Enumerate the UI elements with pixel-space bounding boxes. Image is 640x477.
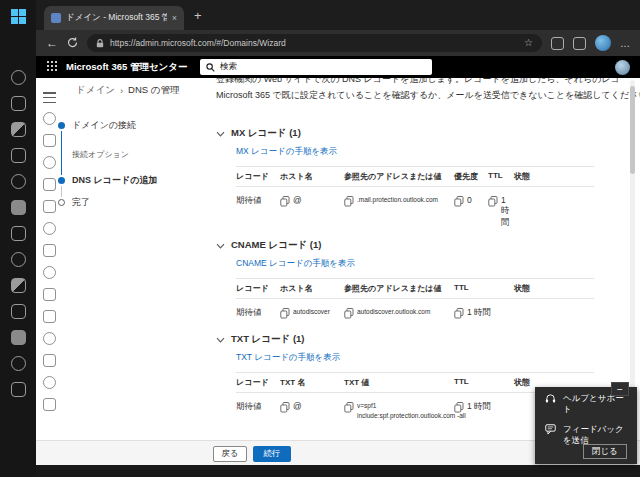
cname-section-title: CNAME レコード (1)	[231, 239, 321, 252]
copy-icon[interactable]	[454, 308, 464, 321]
column-header: ホスト名	[280, 283, 344, 294]
content-scrollbar	[630, 80, 635, 435]
browser-toolbar: ← https://admin.microsoft.com/#/Domains/…	[36, 30, 640, 56]
nav-rail-icon[interactable]	[43, 222, 56, 235]
cname-section-toggle[interactable]: CNAME レコード (1)	[216, 239, 606, 252]
mx-instructions-link[interactable]: MX レコードの手順を表示	[236, 146, 337, 158]
account-avatar[interactable]	[615, 60, 630, 75]
taskbar-app-icon[interactable]	[11, 174, 26, 189]
txt-name-cell: @	[293, 401, 302, 411]
search-placeholder: 検索	[220, 61, 237, 73]
search-icon	[206, 58, 215, 76]
browser-profile-avatar[interactable]	[595, 35, 611, 51]
admin-center-title[interactable]: Microsoft 365 管理センター	[66, 61, 188, 74]
copy-icon[interactable]	[454, 402, 464, 415]
nav-rail-icon[interactable]	[43, 244, 56, 257]
nav-rail-icon[interactable]	[43, 266, 56, 279]
copy-icon[interactable]	[454, 196, 464, 209]
mx-section-toggle[interactable]: MX レコード (1)	[216, 127, 606, 140]
nav-rail-icon[interactable]	[43, 376, 56, 389]
breadcrumb-current: DNS の管理	[128, 84, 179, 97]
new-tab-button[interactable]: +	[194, 9, 202, 22]
taskbar-app-icon[interactable]	[11, 200, 26, 215]
txt-section-toggle[interactable]: TXT レコード (1)	[216, 333, 606, 346]
nav-collapse-icon[interactable]	[43, 92, 56, 103]
taskbar-app-icon[interactable]	[11, 226, 26, 241]
windows-start-icon[interactable]	[11, 9, 26, 24]
favorite-star-icon[interactable]: ☆	[524, 38, 533, 48]
nav-rail-icon[interactable]	[43, 112, 56, 125]
record-type-cell: 期待値	[236, 401, 280, 413]
taskbar-app-icon[interactable]	[11, 356, 26, 371]
nav-rail-icon[interactable]	[43, 156, 56, 169]
table-row: 期待値 autodiscover autodiscover.outlook.co…	[236, 299, 594, 329]
split-screen-icon[interactable]	[551, 37, 564, 50]
back-button[interactable]: 戻る	[213, 446, 247, 462]
ttl-cell: 1 時間	[501, 195, 514, 229]
copy-icon[interactable]	[280, 308, 290, 321]
nav-rail-icon[interactable]	[43, 310, 56, 323]
chevron-down-icon	[216, 240, 225, 251]
step-connect-domain[interactable]: ドメインの接続	[72, 119, 136, 132]
breadcrumb-separator: ›	[120, 85, 123, 96]
txt-instructions-link[interactable]: TXT レコードの手順を表示	[236, 352, 340, 364]
app-launcher-icon[interactable]	[46, 58, 58, 76]
nav-rail-icon[interactable]	[43, 134, 56, 147]
taskbar-app-icon[interactable]	[11, 122, 26, 137]
copy-icon[interactable]	[344, 402, 354, 415]
taskbar-app-icon[interactable]	[11, 96, 26, 111]
search-input[interactable]: 検索	[200, 59, 432, 75]
refresh-icon[interactable]	[67, 37, 78, 50]
taskbar-app-icon[interactable]	[11, 382, 26, 397]
txt-value-cell: v=spf1 include:spf.protection.outlook.co…	[357, 401, 466, 421]
taskbar-app-icon[interactable]	[11, 148, 26, 163]
breadcrumb-domains[interactable]: ドメイン	[76, 84, 115, 97]
help-support-label: ヘルプとサポート	[563, 393, 627, 415]
copy-icon[interactable]	[280, 402, 290, 415]
browser-tab[interactable]: ドメイン - Microsoft 365 管理セン ×	[44, 6, 184, 30]
copy-icon[interactable]	[280, 196, 290, 209]
scrollbar-thumb[interactable]	[630, 86, 635, 174]
copy-icon[interactable]	[488, 196, 498, 209]
continue-button[interactable]: 続行	[253, 446, 291, 462]
address-bar[interactable]: https://admin.microsoft.com/#/Domains/Wi…	[87, 34, 542, 52]
taskbar-app-icon[interactable]	[11, 70, 26, 85]
back-icon[interactable]: ←	[46, 37, 58, 49]
step-connection-options[interactable]: 接続オプション	[72, 149, 129, 160]
nav-rail-icon[interactable]	[43, 200, 56, 213]
tab-close-icon[interactable]: ×	[172, 14, 177, 23]
help-widget: − ヘルプとサポート フィードバックを送信 閉じる	[535, 387, 637, 464]
nav-rail-icon[interactable]	[43, 288, 56, 301]
taskbar-app-icon[interactable]	[11, 330, 26, 345]
chevron-down-icon	[216, 128, 225, 139]
close-button[interactable]: 閉じる	[583, 444, 627, 459]
column-header: TTL	[454, 377, 514, 386]
host-cell: @	[293, 195, 302, 205]
extensions-icon[interactable]	[573, 37, 586, 50]
column-header: 参照先のアドレスまたは値	[344, 283, 454, 294]
nav-rail-icon[interactable]	[43, 398, 56, 411]
step-add-dns-records[interactable]: DNS レコードの追加	[72, 174, 157, 187]
chevron-down-icon	[216, 334, 225, 345]
cname-table: レコード ホスト名 参照先のアドレスまたは値 TTL 状態 期待値 autodi…	[236, 278, 594, 329]
wizard-stepper: ドメインの接続 接続オプション DNS レコードの追加 完了	[58, 118, 188, 228]
taskbar-app-icon[interactable]	[11, 304, 26, 319]
step-done[interactable]: 完了	[72, 196, 90, 209]
os-taskbar	[0, 0, 36, 477]
value-cell: .mail.protection.outlook.com	[357, 195, 438, 205]
nav-rail-icon[interactable]	[43, 332, 56, 345]
taskbar-app-icon[interactable]	[11, 252, 26, 267]
browser-menu-icon[interactable]: …	[620, 38, 630, 49]
tab-title: ドメイン - Microsoft 365 管理セン	[66, 12, 167, 24]
taskbar-app-icon[interactable]	[11, 278, 26, 293]
mx-table: レコード ホスト名 参照先のアドレスまたは値 優先度 TTL 状態 期待値 @ …	[236, 166, 594, 237]
minimize-widget-button[interactable]: −	[611, 382, 629, 396]
nav-rail-icon[interactable]	[43, 178, 56, 191]
record-type-cell: 期待値	[236, 195, 280, 207]
nav-rail-icon[interactable]	[43, 354, 56, 367]
priority-cell: 0	[467, 195, 472, 205]
copy-icon[interactable]	[344, 196, 354, 209]
copy-icon[interactable]	[344, 308, 354, 321]
cname-instructions-link[interactable]: CNAME レコードの手順を表示	[236, 258, 355, 270]
mx-record-section: MX レコード (1) MX レコードの手順を表示 レコード ホスト名 参照先の…	[216, 127, 606, 237]
